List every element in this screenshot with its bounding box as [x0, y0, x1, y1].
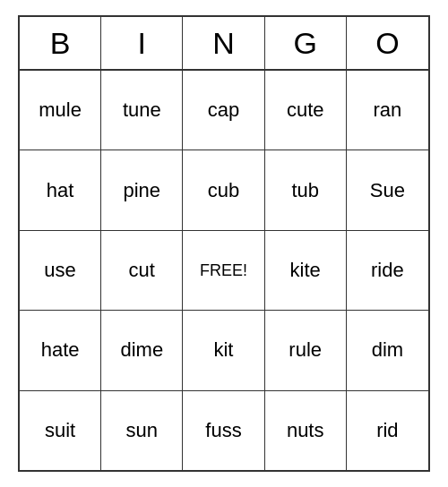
bingo-body: muletunecapcuteranhatpinecubtubSueusecut…	[20, 71, 428, 470]
bingo-cell-r3-c4: dim	[347, 311, 428, 389]
bingo-cell-r3-c2: kit	[183, 311, 264, 389]
bingo-cell-r1-c1: pine	[101, 150, 183, 229]
bingo-row: usecutFREE!kiteride	[20, 231, 428, 311]
bingo-cell-r1-c3: tub	[265, 150, 347, 229]
bingo-cell-r2-c4: ride	[347, 231, 428, 310]
bingo-cell-r4-c0: suit	[20, 391, 101, 470]
bingo-row: muletunecapcuteran	[20, 71, 428, 150]
bingo-cell-r3-c0: hate	[20, 311, 101, 389]
bingo-header-letter: O	[347, 17, 428, 69]
bingo-row: hatedimekitruledim	[20, 311, 428, 390]
bingo-cell-r0-c2: cap	[183, 71, 264, 150]
bingo-cell-r0-c3: cute	[265, 71, 347, 150]
bingo-cell-r1-c0: hat	[20, 150, 101, 229]
bingo-header-letter: B	[20, 17, 101, 69]
bingo-header-letter: G	[265, 17, 347, 69]
bingo-cell-r0-c1: tune	[101, 71, 183, 150]
bingo-cell-r4-c1: sun	[101, 391, 183, 470]
bingo-cell-r2-c3: kite	[265, 231, 347, 310]
bingo-cell-r4-c3: nuts	[265, 391, 347, 470]
bingo-header: BINGO	[20, 17, 428, 71]
bingo-cell-r2-c2: FREE!	[183, 231, 264, 310]
bingo-row: suitsunfussnutsrid	[20, 391, 428, 470]
bingo-card: BINGO muletunecapcuteranhatpinecubtubSue…	[18, 15, 430, 472]
bingo-cell-r3-c1: dime	[101, 311, 183, 389]
bingo-cell-r4-c2: fuss	[183, 391, 264, 470]
bingo-cell-r1-c2: cub	[183, 150, 264, 229]
bingo-header-letter: N	[183, 17, 264, 69]
bingo-cell-r0-c0: mule	[20, 71, 101, 150]
bingo-row: hatpinecubtubSue	[20, 150, 428, 230]
bingo-cell-r1-c4: Sue	[347, 150, 428, 229]
bingo-cell-r0-c4: ran	[347, 71, 428, 150]
bingo-header-letter: I	[101, 17, 183, 69]
bingo-cell-r4-c4: rid	[347, 391, 428, 470]
bingo-cell-r2-c0: use	[20, 231, 101, 310]
bingo-cell-r3-c3: rule	[265, 311, 347, 389]
bingo-cell-r2-c1: cut	[101, 231, 183, 310]
